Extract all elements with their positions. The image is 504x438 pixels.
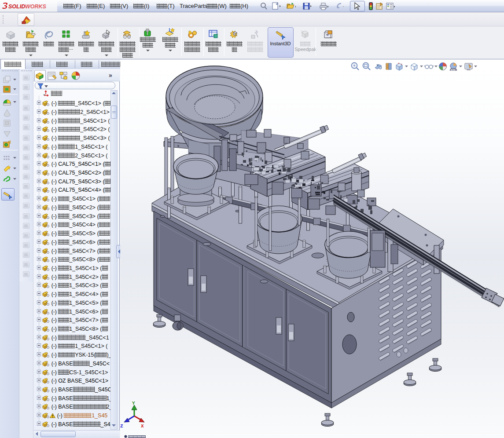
- svg-text:X: X: [141, 423, 144, 429]
- svg-text:WORKS: WORKS: [25, 4, 47, 10]
- svg-text:Y: Y: [132, 401, 135, 406]
- svg-text:Z: Z: [120, 423, 123, 429]
- svg-text:SOLID: SOLID: [8, 4, 25, 10]
